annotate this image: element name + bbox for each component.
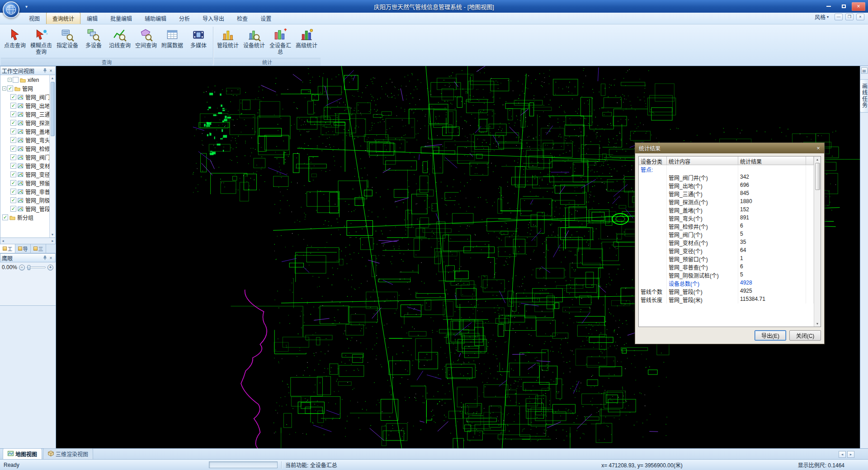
ribbon-button-attached-data[interactable]: 附属数据 <box>159 26 185 57</box>
zoom-in-icon[interactable]: + <box>47 265 53 271</box>
layer-checkbox[interactable]: ✓ <box>10 206 16 212</box>
tree-item[interactable]: ✓管网_变径 <box>0 170 49 179</box>
zoom-slider[interactable] <box>27 266 46 268</box>
stats-row[interactable]: 管网_非普查(个)6 <box>639 263 814 271</box>
ribbon-button-segment-stat[interactable]: 管段统计 <box>215 26 241 57</box>
tree-item[interactable]: ✓管网_检修井 <box>0 144 49 153</box>
menu-tab-1[interactable]: 查询统计 <box>46 12 80 24</box>
mdi-restore-button[interactable]: ❐ <box>845 14 854 20</box>
menu-tab-5[interactable]: 分析 <box>173 12 196 24</box>
tab-scroll-left-icon[interactable]: ◄ <box>839 451 846 458</box>
stats-row[interactable]: 管网_变材点(个)35 <box>639 238 814 247</box>
stats-row[interactable]: 管线个数管网_管段(个)4925 <box>639 287 814 295</box>
layer-checkbox[interactable]: ✓ <box>10 197 16 203</box>
ribbon-button-all-device-stat[interactable]: 全设备汇 总 <box>267 26 293 57</box>
close-dialog-button[interactable]: 关闭(C) <box>789 330 821 341</box>
ribbon-button-multi-device[interactable]: 多设备 <box>80 26 107 57</box>
panel-menu-icon[interactable]: ▤ <box>861 67 868 74</box>
panel-tab-0[interactable]: 工 <box>0 244 15 253</box>
dialog-close-button[interactable]: × <box>814 145 822 152</box>
tree-item[interactable]: ✓管网_三通 <box>0 110 49 119</box>
minimize-button[interactable] <box>822 2 835 11</box>
ribbon-button-spatial-query[interactable]: 空间查询 <box>133 26 159 57</box>
ribbon-button-fuzzy-pointer[interactable]: 模糊点击 查询 <box>28 26 54 57</box>
panel-tab-1[interactable]: 导 <box>15 244 31 253</box>
layer-checkbox[interactable]: ✓ <box>10 103 16 109</box>
stats-row[interactable]: 管网_探测点(个)1880 <box>639 198 814 206</box>
ribbon-button-device-stat[interactable]: 设备统计 <box>241 26 267 57</box>
layer-checkbox[interactable]: ✓ <box>10 111 16 117</box>
stats-row[interactable]: 管网_阴极测试桩(个)5 <box>639 271 814 279</box>
column-header[interactable]: 统计结果 <box>738 157 806 165</box>
scrollbar-thumb[interactable] <box>815 163 820 190</box>
tree-item[interactable]: ✓管网_弯头 <box>0 136 49 144</box>
export-button[interactable]: 导出(E) <box>755 330 786 341</box>
layer-checkbox[interactable]: ✓ <box>10 154 16 160</box>
tree-scrollbar[interactable]: ▲ ▼ <box>49 75 55 237</box>
scroll-down-icon[interactable]: ▼ <box>50 232 55 237</box>
layer-checkbox[interactable]: ✓ <box>10 171 16 177</box>
tree-horizontal-scrollbar[interactable]: ◄ ► <box>0 238 56 244</box>
mdi-close-button[interactable]: × <box>856 14 864 20</box>
layer-checkbox[interactable]: ✓ <box>10 163 16 169</box>
scroll-right-icon[interactable]: ► <box>51 239 54 242</box>
menu-tab-3[interactable]: 批量编辑 <box>104 12 138 24</box>
ribbon-button-assign-device[interactable]: 指定设备 <box>54 26 80 57</box>
tree-item[interactable]: ✓管网_阴极测试桩 <box>0 196 49 204</box>
layer-checkbox[interactable]: ✓ <box>10 180 16 186</box>
style-dropdown[interactable]: 风格 ▾ <box>811 12 832 22</box>
dialog-title-bar[interactable]: 统计结果 × <box>635 143 824 153</box>
stats-row[interactable]: 管点: <box>639 165 814 173</box>
view-tab-0[interactable]: 地图视图 <box>3 448 42 459</box>
tree-expander-icon[interactable]: - <box>2 86 6 90</box>
menu-tab-0[interactable]: 视图 <box>23 12 46 24</box>
layer-checkbox[interactable]: ✓ <box>10 128 16 134</box>
dialog-scrollbar[interactable]: ▲ ▼ <box>814 157 821 327</box>
layer-checkbox[interactable]: ✓ <box>10 146 16 152</box>
eagle-eye-close-icon[interactable]: × <box>48 255 54 261</box>
column-header[interactable]: 统计内容 <box>667 157 738 165</box>
stats-row[interactable]: 管网_变径(个)64 <box>639 247 814 255</box>
tree-item[interactable]: ✓管网_探测点 <box>0 119 49 127</box>
app-orb-button[interactable] <box>3 1 19 18</box>
scroll-left-icon[interactable]: ◄ <box>1 239 5 242</box>
stats-row[interactable]: 管网_三通(个)845 <box>639 190 814 198</box>
stats-row[interactable]: 管线长度管网_管段(米)115384.71 <box>639 295 814 304</box>
tree-item[interactable]: ✓管网_非普查 <box>0 187 49 196</box>
mdi-minimize-button[interactable]: — <box>835 14 843 20</box>
column-header[interactable]: 设备分类 <box>639 157 667 165</box>
tree-item[interactable]: -xifen <box>0 76 49 84</box>
stats-row[interactable]: 管网_阀门(个)5 <box>639 230 814 238</box>
stats-row[interactable]: 管网_检修井(个)6 <box>639 222 814 230</box>
tree-expander-icon[interactable]: - <box>8 78 12 82</box>
workspace-close-icon[interactable]: × <box>48 68 54 74</box>
layer-checkbox[interactable]: ✓ <box>2 214 8 220</box>
tree-item[interactable]: ✓管网_盖堵 <box>0 127 49 136</box>
layer-checkbox[interactable]: ✓ <box>7 85 13 91</box>
scroll-up-icon[interactable]: ▲ <box>50 75 55 81</box>
stats-row[interactable]: 管网_弯头(个)891 <box>639 214 814 222</box>
stats-row[interactable]: 管网_出地(个)696 <box>639 181 814 190</box>
layer-checkbox[interactable]: ✓ <box>10 94 16 100</box>
tab-scroll-right-icon[interactable]: ► <box>847 451 854 458</box>
menu-tab-4[interactable]: 辅助编辑 <box>138 12 173 24</box>
tree-item[interactable]: ✓新分组 <box>0 213 49 222</box>
stats-row[interactable]: 管网_盖堵(个)152 <box>639 206 814 214</box>
ribbon-button-pointer[interactable]: 点击查询 <box>2 26 28 57</box>
scroll-down-icon[interactable]: ▼ <box>814 321 821 327</box>
ribbon-button-advanced-stat[interactable]: 高级统计 <box>293 26 320 57</box>
tree-item[interactable]: ✓管网_阀门井 <box>0 93 49 101</box>
quick-access-dropdown[interactable]: ▾ <box>25 4 28 9</box>
menu-tab-7[interactable]: 检查 <box>231 12 254 24</box>
view-tab-1[interactable]: 三维渲染视图 <box>43 448 93 459</box>
pin-icon[interactable] <box>42 68 48 74</box>
close-button[interactable]: × <box>852 2 865 11</box>
tree-item[interactable]: ✓管网_出地 <box>0 101 49 110</box>
scroll-up-icon[interactable]: ▲ <box>814 157 821 162</box>
tree-item[interactable]: ✓管网_预留口 <box>0 179 49 187</box>
zoom-out-icon[interactable]: − <box>19 265 25 271</box>
tree-item[interactable]: ✓管网_阀门 <box>0 153 49 161</box>
layer-checkbox[interactable]: ✓ <box>10 120 16 126</box>
tree-item[interactable]: ✓管网_管段 <box>0 204 49 213</box>
maximize-button[interactable] <box>837 2 850 11</box>
